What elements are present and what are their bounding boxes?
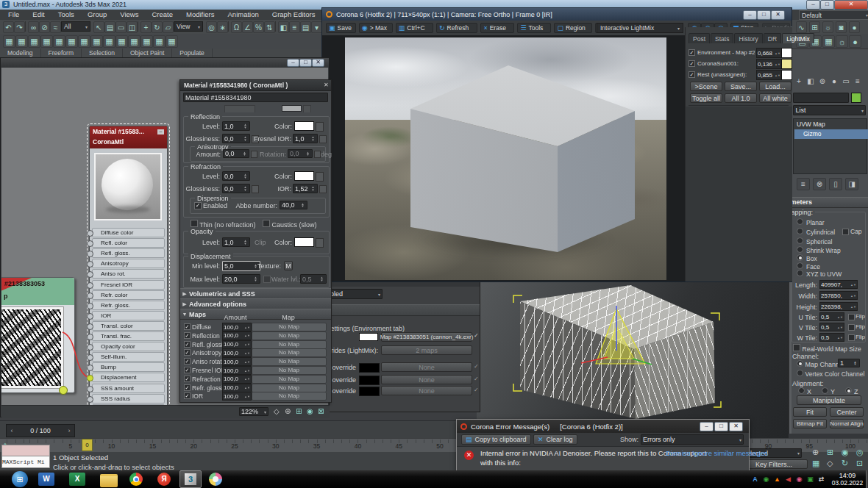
ribbon-tab-modeling[interactable]: Modeling	[0, 49, 41, 57]
map-amount-field[interactable]: 100,0▲▼	[222, 323, 252, 331]
opacity-color-swatch[interactable]	[294, 237, 314, 247]
map-amount-field[interactable]: 100,0▲▼	[222, 357, 252, 366]
zoom-extents-all-icon[interactable]: ◎	[856, 448, 864, 457]
motion-tab[interactable]: ●	[829, 76, 839, 87]
schematic-view-icon[interactable]: ⊞	[809, 21, 820, 33]
map-checkbox[interactable]: ✓	[184, 384, 191, 391]
map-amount-field[interactable]: 100,0▲▼	[222, 384, 252, 392]
material-slot-diffuse-color[interactable]: Diffuse color	[92, 228, 165, 237]
conform-icon[interactable]: ▦	[140, 35, 153, 48]
slot-socket[interactable]	[87, 323, 93, 330]
map-checkbox[interactable]: ✓	[184, 349, 191, 356]
material-slot-bump[interactable]: Bump	[92, 362, 165, 372]
water-level-checkbox[interactable]	[263, 276, 271, 283]
override-none-button[interactable]: None	[381, 375, 472, 384]
material-slot-fresnel-ior[interactable]: Fresnel IOR	[92, 280, 165, 290]
environment-map-button[interactable]: Map #2138383051 (cannon_4k.exr)	[381, 332, 472, 342]
lightmix-value-field[interactable]: 0,136▲▼	[756, 59, 782, 69]
flip-checkbox[interactable]	[848, 314, 855, 320]
material-name-field[interactable]: Material #1558341980	[183, 93, 328, 102]
abbe-number-field[interactable]: 40,0▲▼	[280, 201, 307, 209]
field-of-view-icon[interactable]: ▦	[812, 459, 819, 468]
error-minimize-button[interactable]: –	[700, 422, 714, 431]
map-amount-field[interactable]: 100,0▲▼	[222, 340, 252, 349]
configure-icon[interactable]: ◨	[845, 178, 858, 190]
bind-to-spacewarp-icon[interactable]: ≈	[50, 21, 61, 33]
slot-socket[interactable]	[87, 386, 93, 392]
lightmix-maps-button[interactable]: 2 maps	[381, 345, 472, 355]
menu-item-tools[interactable]: Tools	[51, 10, 81, 18]
taskbar-app-excel[interactable]: X	[69, 473, 85, 486]
material-slot-self-illum-[interactable]: Self-illum.	[92, 352, 165, 362]
show-end-result-icon[interactable]: ⊗	[813, 178, 826, 190]
material-node[interactable]: Material #15583... CoronaMtl – Diffuse c…	[89, 126, 168, 405]
lightmix-color-swatch[interactable]	[781, 48, 792, 58]
material-slot-opacity-color[interactable]: Opacity color	[92, 342, 165, 351]
prev-frame-icon[interactable]: ‹	[7, 427, 17, 434]
environment-color-swatch[interactable]	[359, 333, 378, 341]
slot-socket[interactable]	[87, 282, 93, 289]
map-amount-field[interactable]: 100,0▲▼	[222, 392, 252, 401]
zoom-icon[interactable]: ⊕	[812, 448, 819, 457]
fit-button[interactable]: Fit	[793, 407, 827, 417]
reflection-glossiness-field[interactable]: 0,0▲▼	[222, 134, 250, 143]
flatten-icon[interactable]: ▦	[78, 35, 90, 48]
no-map-button[interactable]: No Map	[252, 357, 327, 366]
corona-region-button[interactable]: ▢Region	[554, 23, 591, 33]
no-map-button[interactable]: No Map	[252, 340, 327, 349]
align-icon[interactable]: ≡	[289, 21, 300, 33]
map-checkbox[interactable]: ✓	[184, 341, 191, 348]
slot-socket[interactable]	[87, 334, 93, 340]
clock[interactable]: 14:09 03.02.2022	[830, 472, 865, 487]
material-slot-aniso-rot-[interactable]: Aniso rot.	[92, 269, 165, 279]
reference-coordinate-dropdown[interactable]: View▾	[174, 21, 203, 32]
volume-muted-icon[interactable]: ◀	[783, 475, 793, 484]
mapping-option-planar[interactable]: Planar	[797, 218, 864, 226]
create-tab[interactable]: +	[794, 76, 804, 87]
corona-tab-stats[interactable]: Stats	[711, 33, 733, 43]
start-button[interactable]: ⊞	[12, 471, 28, 487]
refraction-color-map-slot[interactable]	[316, 172, 324, 182]
button-scene[interactable]: >Scene	[690, 82, 722, 91]
bitmap-fit-button[interactable]: Bitmap Fit	[793, 419, 827, 428]
check-icon[interactable]: ✓	[474, 332, 479, 339]
paint-deform-icon[interactable]: ▦	[28, 35, 40, 48]
ribbon-tab-selection[interactable]: Selection	[82, 49, 123, 57]
lightmix-checkbox[interactable]: ✓	[689, 49, 695, 56]
reflection-color-map-slot[interactable]	[316, 122, 324, 132]
orbit-icon[interactable]: ↻	[842, 459, 848, 468]
aniso-amount-field[interactable]: 0,0▲▼	[223, 149, 249, 158]
refraction-color-swatch[interactable]	[294, 171, 314, 181]
ribbon-toggle-icon[interactable]: ▾	[311, 21, 322, 33]
polygon-modeling-icon[interactable]: ▦	[3, 35, 15, 48]
next-frame-icon[interactable]: ›	[64, 427, 74, 434]
mapping-option-shrink-wrap[interactable]: Shrink Wrap	[797, 246, 864, 254]
corona-tab-history[interactable]: History	[734, 33, 762, 43]
copy-to-clipboard-button[interactable]: ▤Copy to clipboard	[461, 434, 531, 445]
corona-ctrl-c-button[interactable]: ▥Ctrl+C	[396, 23, 433, 33]
map-checkbox[interactable]: ✓	[184, 376, 191, 382]
render-setup-icon[interactable]: ☼	[822, 21, 833, 33]
avast-icon[interactable]: ▲	[772, 475, 782, 484]
display-tab[interactable]: ▭	[841, 76, 851, 87]
app-pink-icon[interactable]: ◉	[794, 475, 804, 484]
hierarchy-tab[interactable]: ⊚	[817, 76, 828, 87]
redo-icon[interactable]: ↷	[14, 21, 25, 33]
no-map-button[interactable]: No Map	[252, 375, 327, 384]
dismiss-link[interactable]: Dismiss	[666, 449, 690, 457]
pan-icon[interactable]: ◇	[274, 407, 280, 415]
render-setup-icon[interactable]: ☼	[836, 35, 848, 48]
collapse-icon[interactable]: –	[157, 129, 164, 134]
material-slot-anisotropy[interactable]: Anisotropy	[92, 259, 165, 268]
button-save[interactable]: Save...	[725, 82, 757, 91]
material-slot-refl-gloss-[interactable]: Refl. gloss.	[92, 248, 165, 258]
render-production-icon[interactable]: ●	[849, 35, 861, 48]
map-checkbox[interactable]: ✓	[184, 323, 191, 330]
zoom-icon[interactable]: ⊕	[285, 407, 291, 415]
ignore-link[interactable]: Ignore similar messages	[692, 449, 768, 457]
slot-socket[interactable]	[87, 230, 93, 237]
snaps-toggle-icon[interactable]: Ω	[231, 21, 242, 33]
button-all-white[interactable]: All white	[759, 93, 791, 103]
time-slider-handle[interactable]: 0	[82, 439, 93, 451]
workspace-dropdown[interactable]: Default ▾	[799, 10, 868, 20]
